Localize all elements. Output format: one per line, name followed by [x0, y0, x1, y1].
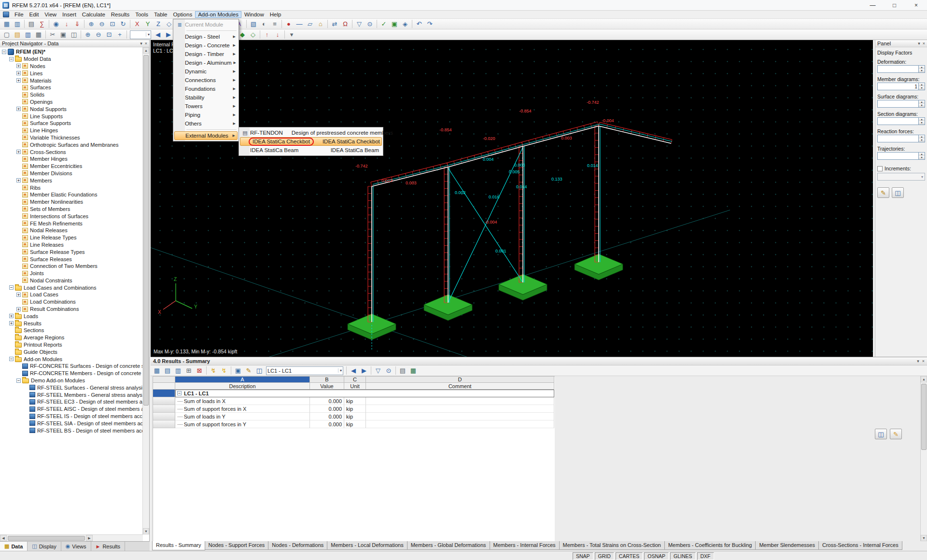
tree-item-intersections-of-surfaces[interactable]: Intersections of Surfaces	[0, 212, 142, 220]
menu-file[interactable]: File	[12, 11, 27, 18]
menu-edit[interactable]: Edit	[27, 11, 42, 18]
find-button[interactable]: ⊙	[365, 19, 375, 29]
tree-item-load-cases-and-combinations[interactable]: −Load Cases and Combinations	[0, 284, 142, 291]
spin-down-icon[interactable]: ▾	[919, 156, 925, 159]
export-model-button[interactable]: ↑	[262, 30, 272, 40]
new-line-button[interactable]: —	[294, 19, 305, 29]
close-dock-icon[interactable]: ×	[922, 359, 925, 364]
menu-insert[interactable]: Insert	[59, 11, 79, 18]
previous-load-case-button[interactable]: ◀	[348, 366, 359, 376]
tree-item-surface-supports[interactable]: Surface Supports	[0, 120, 142, 127]
spin-down-icon[interactable]: ▾	[919, 121, 925, 125]
calculate-all-button[interactable]: ∑	[37, 19, 47, 29]
tree-item-cross-sections[interactable]: +Cross-Sections	[0, 148, 142, 155]
insert-table-button[interactable]: ⊞	[183, 366, 194, 376]
filter-rows-button[interactable]: ▽	[373, 366, 383, 376]
row-header[interactable]	[153, 390, 175, 397]
tree-expand-icon[interactable]: +	[16, 71, 21, 75]
tree-item-member-elastic-foundations[interactable]: Member Elastic Foundations	[0, 191, 142, 198]
row-header[interactable]	[153, 397, 175, 405]
save-model-button[interactable]: ▥	[23, 30, 33, 40]
spin-down-icon[interactable]: ▾	[919, 104, 925, 107]
print-button[interactable]: ▦	[33, 30, 44, 40]
tree-item-ribs[interactable]: Ribs	[0, 184, 142, 191]
scrollbar-thumb[interactable]	[143, 55, 149, 406]
results-tab-nodes-deformations[interactable]: Nodes - Deformations	[268, 541, 327, 550]
tree-item-nodal-supports[interactable]: +Nodal Supports	[0, 105, 142, 112]
status-toggle-cartes[interactable]: CARTES	[616, 552, 643, 560]
pin-icon[interactable]: ▾	[918, 41, 920, 46]
results-tab-members-coefficients-for-buckling[interactable]: Members - Coefficients for Buckling	[664, 541, 756, 550]
column-header-value[interactable]: Value	[310, 383, 344, 390]
scroll-up-icon[interactable]: ▲	[143, 47, 149, 54]
menu-item-design-aluminum[interactable]: Design - Aluminum▶	[174, 58, 238, 67]
section-diagrams-input[interactable]	[877, 117, 919, 125]
group-collapse-icon[interactable]: −	[177, 391, 182, 395]
table-row[interactable]: ──Sum of loads in Y0.000kip	[153, 413, 555, 420]
tree-item-rf-concrete-surfaces-design-of-concrete-surface[interactable]: RF-CONCRETE Surfaces - Design of concret…	[0, 363, 142, 370]
tree-expand-icon[interactable]: +	[9, 321, 14, 325]
import-model-button[interactable]: ↓	[272, 30, 283, 40]
tree-item-member-eccentricities[interactable]: Member Eccentricities	[0, 163, 142, 170]
spinner[interactable]: ▴▾	[919, 117, 925, 125]
tree-item-solids[interactable]: Solids	[0, 91, 142, 98]
tree-item-orthotropic-surfaces-and-membranes[interactable]: Orthotropic Surfaces and Membranes	[0, 141, 142, 148]
tree-collapse-icon[interactable]: −	[2, 50, 6, 54]
redo-button[interactable]: ↷	[424, 19, 435, 29]
results-tab-members-total-strains-on-cross-section[interactable]: Members - Total Strains on Cross-Section	[559, 541, 665, 550]
open-model-button[interactable]: ▤	[12, 30, 23, 40]
table-row[interactable]: ──Sum of loads in X0.000kip	[153, 397, 555, 405]
menu-add-on-modules[interactable]: Add-on Modules	[195, 11, 241, 18]
new-model-button[interactable]: ▢	[1, 30, 12, 40]
load-cases-button[interactable]: ◉	[51, 19, 61, 29]
menu-item-towers[interactable]: Towers▶	[174, 102, 238, 111]
results-tab-member-slendemesses[interactable]: Member Slendemesses	[755, 541, 819, 550]
tree-item-members[interactable]: +Members	[0, 177, 142, 184]
tree-item-connection-of-two-members[interactable]: Connection of Two Members	[0, 263, 142, 270]
submenu-item-idea-statica-beam[interactable]: IDEA StatiCa BeamIDEA StatiCa Beam	[240, 146, 382, 154]
tree-item-surfaces[interactable]: Surfaces	[0, 84, 142, 91]
menu-calculate[interactable]: Calculate	[79, 11, 108, 18]
tree-item-average-regions[interactable]: Average Regions	[0, 334, 142, 341]
increments-combo[interactable]: ▾	[877, 173, 925, 181]
navigator-tab-results[interactable]: ►Results	[91, 542, 126, 551]
close-table-button[interactable]: ⊠	[194, 366, 205, 376]
tree-item-openings[interactable]: Openings	[0, 98, 142, 106]
tree-item-rf-steel-surfaces-general-stress-analysis-of-ste[interactable]: RF-STEEL Surfaces - General stress analy…	[0, 384, 142, 391]
tree-collapse-icon[interactable]: −	[9, 57, 14, 61]
scrollbar-thumb[interactable]	[8, 536, 85, 541]
spin-down-icon[interactable]: ▾	[919, 86, 925, 90]
new-surface-button[interactable]: ▱	[305, 19, 315, 29]
surface-diagrams-input[interactable]	[877, 100, 919, 108]
pan-view-button[interactable]: +	[114, 30, 125, 40]
printout-report-button[interactable]: ▤	[26, 19, 37, 29]
row-header[interactable]	[153, 405, 175, 413]
spinner[interactable]: ▴▾	[919, 65, 925, 73]
table-vertical-scrollbar[interactable]: ▲ ▼	[920, 376, 927, 541]
tree-item-loads[interactable]: +Loads	[0, 312, 142, 320]
cut-button[interactable]: ✂	[47, 30, 58, 40]
navigator-tab-data[interactable]: ▦Data	[0, 542, 28, 551]
column-header-unit[interactable]: Unit	[344, 383, 366, 390]
zoom-in-quick-button[interactable]: ⊕	[83, 30, 93, 40]
units-button[interactable]: ⇄	[329, 19, 340, 29]
rendering-button[interactable]: ▧	[248, 19, 259, 29]
column-header-comment[interactable]: Comment	[366, 383, 554, 390]
status-toggle-snap[interactable]: SNAP	[573, 552, 593, 560]
more-tools-button[interactable]: ▾	[286, 30, 297, 40]
tree-item-add-on-modules[interactable]: −Add-on Modules	[0, 355, 142, 363]
menu-options[interactable]: Options	[170, 11, 196, 18]
deformation-input[interactable]	[877, 65, 919, 73]
tree-item-materials[interactable]: +Materials	[0, 77, 142, 84]
check-model-button[interactable]: ✓	[379, 19, 389, 29]
tree-item-line-supports[interactable]: Line Supports	[0, 112, 142, 120]
nodal-load-button[interactable]: ↓	[61, 19, 72, 29]
column-letter-C[interactable]: C	[344, 377, 366, 383]
plane-xy-button[interactable]: ◇	[248, 30, 258, 40]
submenu-item-idea-statica-checkbot[interactable]: IDEA StatiCa CheckbotIDEA StatiCa Checkb…	[240, 137, 382, 146]
results-tab-members-global-deformations[interactable]: Members - Global Deformations	[407, 541, 490, 550]
tree-item-joints[interactable]: Joints	[0, 270, 142, 277]
paste-button[interactable]: ◫	[69, 30, 79, 40]
status-toggle-glines[interactable]: GLINES	[670, 552, 696, 560]
menu-view[interactable]: View	[42, 11, 59, 18]
